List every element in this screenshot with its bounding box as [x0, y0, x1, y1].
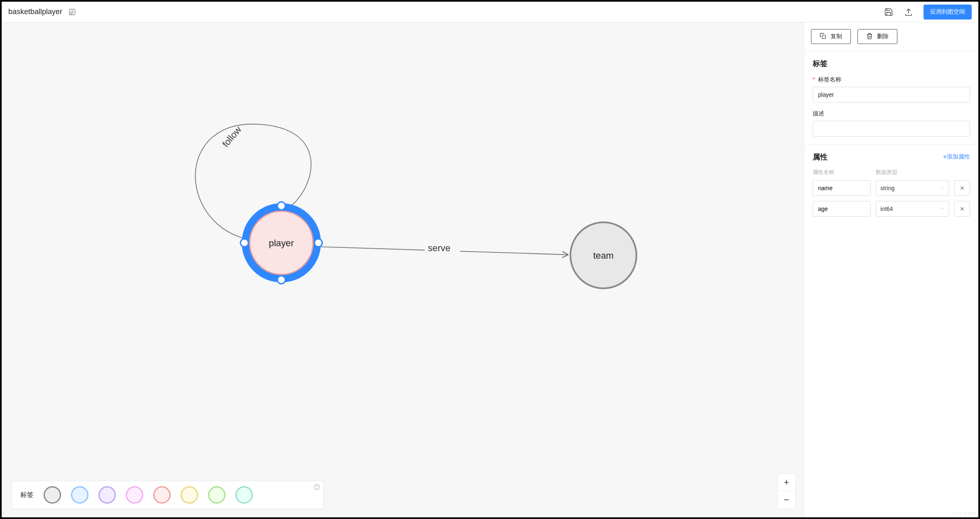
handle-right[interactable]: [314, 239, 322, 247]
edge-follow-label: follow: [220, 124, 243, 149]
node-team[interactable]: team: [571, 223, 628, 289]
node-player[interactable]: player: [240, 202, 322, 284]
handle-top[interactable]: [277, 202, 285, 210]
schema-canvas[interactable]: follow serve team player: [2, 22, 628, 334]
header: basketballplayer 应用到图空间: [2, 2, 628, 22]
handle-left[interactable]: [240, 239, 248, 247]
edit-title-icon[interactable]: [67, 7, 77, 17]
node-team-label: team: [593, 250, 613, 261]
page-title: basketballplayer: [8, 7, 62, 16]
node-player-label: player: [269, 238, 294, 248]
handle-bottom[interactable]: [277, 276, 285, 284]
edge-serve-label: serve: [428, 243, 450, 253]
